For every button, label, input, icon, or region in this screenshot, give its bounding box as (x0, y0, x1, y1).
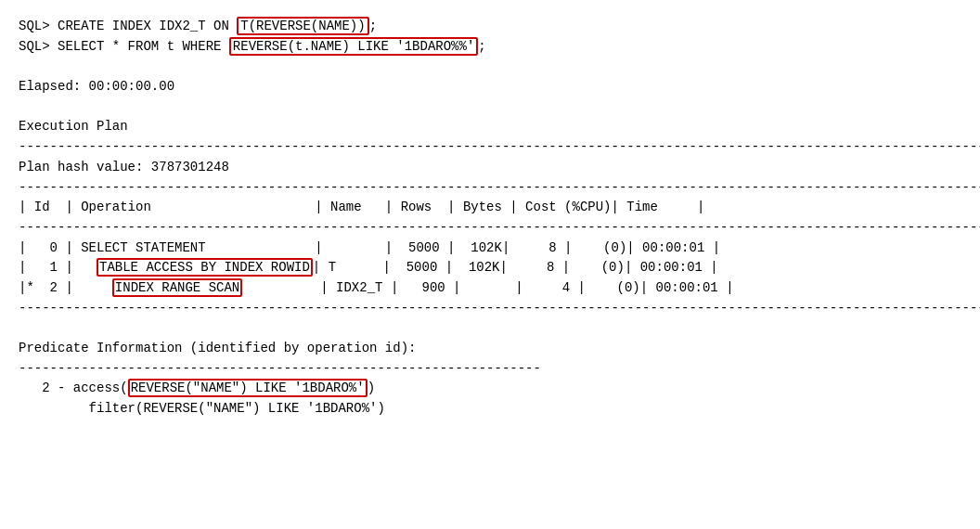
table-row-2: |* 2 | INDEX RANGE SCAN | IDX2_T | 900 |… (19, 278, 961, 299)
predicate-label: Predicate Information (identified by ope… (19, 339, 961, 359)
elapsed-text: Elapsed: 00:00:00.00 (19, 77, 961, 97)
sql-line1-suffix: ; (369, 19, 377, 33)
sql-line1-prefix: SQL> CREATE INDEX IDX2_T ON (19, 19, 237, 33)
sql-line1: SQL> CREATE INDEX IDX2_T ON T(REVERSE(NA… (19, 17, 961, 37)
table-row-1: | 1 | TABLE ACCESS BY INDEX ROWID| T | 5… (19, 258, 961, 278)
table-header: | Id | Operation | Name | Rows | Bytes |… (19, 198, 961, 218)
divider1: ----------------------------------------… (19, 137, 961, 158)
blank-line2 (19, 97, 961, 118)
execution-plan-label: Execution Plan (19, 117, 961, 137)
table-row-0: | 0 | SELECT STATEMENT | | 5000 | 102K| … (19, 239, 961, 259)
table-access-highlight: TABLE ACCESS BY INDEX ROWID (97, 258, 313, 277)
predicate-access-highlight: REVERSE("NAME") LIKE '1BDARO%' (128, 379, 368, 397)
divider2: ----------------------------------------… (19, 178, 961, 199)
sql-line2: SQL> SELECT * FROM t WHERE REVERSE(t.NAM… (19, 37, 961, 58)
predicate-line1-prefix: 2 - access( (19, 381, 128, 395)
divider3: ----------------------------------------… (19, 218, 961, 239)
divider5: ----------------------------------------… (19, 359, 961, 380)
sql-line2-suffix: ; (478, 39, 485, 54)
blank-line (19, 57, 961, 77)
blank-line3 (19, 318, 961, 339)
sql-line1-highlight: T(REVERSE(NAME)) (237, 17, 368, 35)
plan-hash: Plan hash value: 3787301248 (19, 158, 961, 178)
predicate-line1-suffix: ) (368, 381, 375, 395)
sql-line2-highlight: REVERSE(t.NAME) LIKE '1BDARO%%' (229, 37, 478, 56)
predicate-line1: 2 - access(REVERSE("NAME") LIKE '1BDARO%… (19, 379, 961, 399)
index-range-scan-highlight: INDEX RANGE SCAN (112, 278, 242, 297)
sql-line2-prefix: SQL> SELECT * FROM t WHERE (19, 39, 229, 54)
predicate-line2: filter(REVERSE("NAME") LIKE '1BDARO%') (19, 399, 961, 419)
divider4: ----------------------------------------… (19, 299, 961, 319)
